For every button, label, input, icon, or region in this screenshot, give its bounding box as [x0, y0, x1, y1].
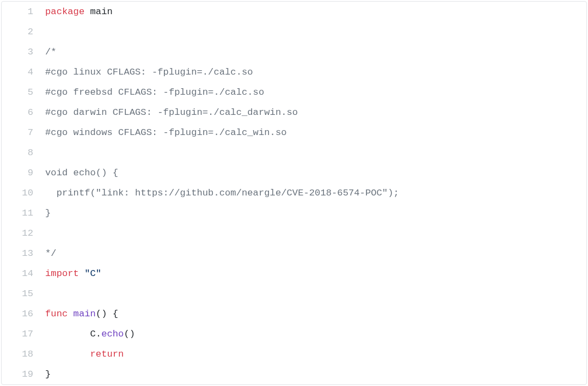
code-line: 2 — [2, 22, 586, 42]
line-number: 13 — [2, 243, 45, 264]
code-content: #cgo freebsd CFLAGS: -fplugin=./calc.so — [45, 82, 264, 102]
code-token: } — [45, 369, 51, 379]
code-token: } — [45, 208, 51, 218]
code-token: () { — [96, 309, 118, 319]
code-line: 6#cgo darwin CFLAGS: -fplugin=./calc_dar… — [2, 102, 586, 122]
code-token — [45, 349, 90, 359]
code-token: import — [45, 268, 79, 279]
code-token: func — [45, 309, 68, 319]
code-content: printf("link: https://github.com/neargle… — [45, 183, 399, 203]
code-content: return — [45, 344, 124, 364]
code-token: return — [90, 349, 124, 359]
code-content: #cgo linux CFLAGS: -fplugin=./calc.so — [45, 62, 253, 82]
line-number: 2 — [2, 22, 45, 42]
code-content: func main() { — [45, 304, 118, 324]
line-number: 18 — [2, 344, 45, 364]
code-line: 16func main() { — [2, 304, 586, 324]
code-token: #cgo freebsd CFLAGS: -fplugin=./calc.so — [45, 87, 264, 97]
line-number: 8 — [2, 143, 45, 163]
line-number: 12 — [2, 223, 45, 243]
code-line: 12 — [2, 223, 586, 243]
code-content: */ — [45, 243, 57, 264]
code-token: package — [45, 7, 84, 17]
code-token — [84, 7, 90, 17]
code-line: 18 return — [2, 344, 586, 364]
code-content: } — [45, 364, 51, 384]
code-content: /* — [45, 42, 57, 62]
code-content: import "C" — [45, 264, 101, 284]
code-token: "C" — [84, 268, 101, 279]
code-block: 1package main23/*4#cgo linux CFLAGS: -fp… — [1, 1, 587, 385]
line-number: 17 — [2, 324, 45, 344]
code-token: #cgo darwin CFLAGS: -fplugin=./calc_darw… — [45, 107, 298, 118]
line-number: 11 — [2, 203, 45, 223]
line-number: 9 — [2, 163, 45, 183]
line-number: 5 — [2, 82, 45, 102]
code-line: 14import "C" — [2, 264, 586, 284]
code-content: #cgo darwin CFLAGS: -fplugin=./calc_darw… — [45, 102, 298, 122]
code-line: 1package main — [2, 2, 586, 22]
code-token: #cgo windows CFLAGS: -fplugin=./calc_win… — [45, 127, 287, 138]
code-line: 11} — [2, 203, 586, 223]
code-token — [79, 268, 84, 279]
code-line: 8 — [2, 143, 586, 163]
code-token: echo — [101, 329, 124, 339]
code-line: 4#cgo linux CFLAGS: -fplugin=./calc.so — [2, 62, 586, 82]
code-content: void echo() { — [45, 163, 118, 183]
line-number: 10 — [2, 183, 45, 203]
code-token: /* — [45, 47, 57, 57]
code-token: #cgo linux CFLAGS: -fplugin=./calc.so — [45, 67, 253, 77]
code-line: 13*/ — [2, 243, 586, 264]
code-token: void echo() { — [45, 168, 118, 178]
code-token: main — [74, 309, 96, 319]
line-number: 6 — [2, 102, 45, 122]
code-token: */ — [45, 248, 57, 259]
line-number: 15 — [2, 284, 45, 304]
code-line: 5#cgo freebsd CFLAGS: -fplugin=./calc.so — [2, 82, 586, 102]
code-line: 10 printf("link: https://github.com/near… — [2, 183, 586, 203]
line-number: 16 — [2, 304, 45, 324]
line-number: 3 — [2, 42, 45, 62]
code-token: () — [124, 329, 135, 339]
code-content: package main — [45, 2, 113, 22]
code-content: } — [45, 203, 51, 223]
line-number: 7 — [2, 122, 45, 143]
line-number: 19 — [2, 364, 45, 384]
code-token — [68, 309, 73, 319]
code-line: 19} — [2, 364, 586, 384]
line-number: 4 — [2, 62, 45, 82]
code-token: C. — [45, 329, 101, 339]
code-content: #cgo windows CFLAGS: -fplugin=./calc_win… — [45, 122, 287, 143]
code-line: 7#cgo windows CFLAGS: -fplugin=./calc_wi… — [2, 122, 586, 143]
code-token: printf("link: https://github.com/neargle… — [45, 188, 399, 198]
line-number: 14 — [2, 264, 45, 284]
code-line: 17 C.echo() — [2, 324, 586, 344]
code-line: 9void echo() { — [2, 163, 586, 183]
line-number: 1 — [2, 2, 45, 22]
code-line: 15 — [2, 284, 586, 304]
code-line: 3/* — [2, 42, 586, 62]
code-content: C.echo() — [45, 324, 135, 344]
code-token: main — [90, 7, 113, 17]
